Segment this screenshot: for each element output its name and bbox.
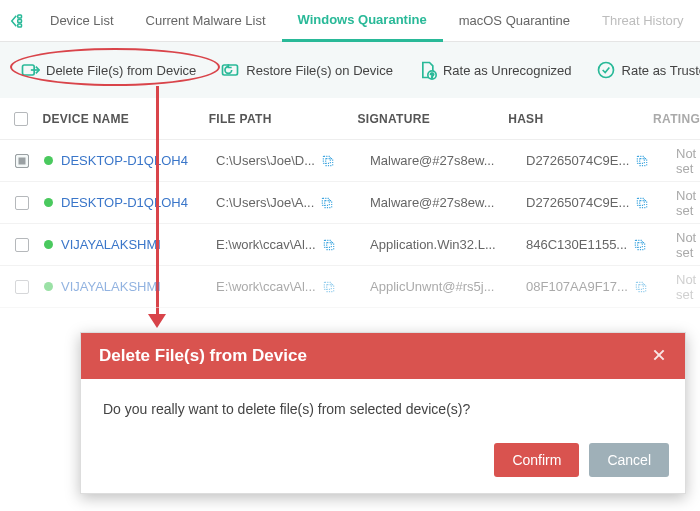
signature-text: Malware@#27s8ew... [370, 153, 526, 168]
svg-rect-17 [326, 242, 333, 249]
file-path-text: C:\Users\Joe\A... [216, 195, 314, 210]
rating-text: Not set [676, 188, 700, 218]
modal-footer: Confirm Cancel [81, 433, 685, 493]
col-header-sig[interactable]: SIGNATURE [357, 112, 508, 126]
svg-rect-16 [638, 198, 645, 205]
svg-rect-12 [638, 156, 645, 163]
svg-rect-20 [636, 240, 643, 247]
select-all-checkbox[interactable] [14, 112, 28, 126]
modal-title: Delete File(s) from Device [99, 346, 307, 366]
confirm-delete-modal: Delete File(s) from Device Do you really… [80, 332, 686, 494]
rating-text: Not set [676, 146, 700, 176]
hash-text: D27265074C9E... [526, 195, 629, 210]
tab-windows-quarantine[interactable]: Windows Quarantine [282, 0, 443, 42]
table-row[interactable]: DESKTOP-D1QLOH4C:\Users\Joe\A...Malware@… [0, 182, 700, 224]
svg-rect-19 [638, 242, 645, 249]
confirm-button[interactable]: Confirm [494, 443, 579, 477]
hash-text: 08F107AA9F17... [526, 279, 628, 294]
device-name-link[interactable]: VIJAYALAKSHMI [61, 237, 161, 252]
delete-icon [20, 60, 40, 80]
svg-rect-13 [325, 200, 332, 207]
copy-icon[interactable] [633, 238, 647, 252]
row-checkbox[interactable] [15, 154, 29, 168]
rate-trusted-button[interactable]: Rate as Trusted [586, 54, 700, 86]
tab-device-list[interactable]: Device List [34, 0, 130, 42]
copy-icon[interactable] [635, 154, 649, 168]
modal-header: Delete File(s) from Device [81, 333, 685, 379]
status-dot [44, 198, 53, 207]
row-checkbox[interactable] [15, 196, 29, 210]
file-path-text: E:\work\ccav\Al... [216, 279, 316, 294]
rate-trusted-label: Rate as Trusted [622, 63, 700, 78]
col-header-name[interactable]: DEVICE NAME [43, 112, 209, 126]
rate-unrecognized-label: Rate as Unrecognized [443, 63, 572, 78]
copy-icon[interactable] [321, 154, 335, 168]
svg-rect-18 [324, 240, 331, 247]
svg-rect-2 [18, 24, 22, 27]
status-dot [44, 282, 53, 291]
device-name-link[interactable]: VIJAYALAKSHMI [61, 279, 161, 294]
tab-current-malware[interactable]: Current Malware List [130, 0, 282, 42]
svg-rect-23 [639, 284, 646, 291]
svg-rect-11 [640, 158, 647, 165]
badge-check-icon [596, 60, 616, 80]
copy-icon[interactable] [320, 196, 334, 210]
callout-arrow-head [148, 314, 166, 328]
tab-threat-history[interactable]: Threat History [586, 0, 700, 42]
file-path-text: E:\work\ccav\Al... [216, 237, 316, 252]
copy-icon[interactable] [635, 196, 649, 210]
restore-files-label: Restore File(s) on Device [246, 63, 393, 78]
tabs-bar: Device List Current Malware List Windows… [0, 0, 700, 42]
svg-rect-9 [326, 158, 333, 165]
modal-close-button[interactable] [651, 345, 667, 368]
rating-text: Not set [676, 230, 700, 260]
table-row[interactable]: DESKTOP-D1QLOH4C:\Users\Joe\D...Malware@… [0, 140, 700, 182]
restore-files-button[interactable]: Restore File(s) on Device [210, 54, 403, 86]
svg-rect-1 [18, 19, 22, 22]
rate-unrecognized-button[interactable]: ? Rate as Unrecognized [407, 54, 582, 86]
quarantine-table: DEVICE NAME FILE PATH SIGNATURE HASH RAT… [0, 98, 700, 308]
col-header-path[interactable]: FILE PATH [209, 112, 358, 126]
device-name-link[interactable]: DESKTOP-D1QLOH4 [61, 195, 188, 210]
signature-text: ApplicUnwnt@#rs5j... [370, 279, 526, 294]
status-dot [44, 240, 53, 249]
signature-text: Malware@#27s8ew... [370, 195, 526, 210]
table-row[interactable]: VIJAYALAKSHMIE:\work\ccav\Al...ApplicUnw… [0, 266, 700, 308]
cancel-button[interactable]: Cancel [589, 443, 669, 477]
device-name-link[interactable]: DESKTOP-D1QLOH4 [61, 153, 188, 168]
back-button[interactable] [0, 12, 34, 30]
svg-rect-24 [636, 282, 643, 289]
row-checkbox[interactable] [15, 280, 29, 294]
status-dot [44, 156, 53, 165]
svg-text:?: ? [430, 72, 434, 79]
svg-rect-22 [324, 282, 331, 289]
copy-icon[interactable] [322, 280, 336, 294]
file-question-icon: ? [417, 60, 437, 80]
restore-icon [220, 60, 240, 80]
hash-text: 846C130E1155... [526, 237, 627, 252]
tab-macos-quarantine[interactable]: macOS Quarantine [443, 0, 586, 42]
back-tree-icon [8, 12, 26, 30]
copy-icon[interactable] [322, 238, 336, 252]
row-checkbox[interactable] [15, 238, 29, 252]
close-icon [651, 347, 667, 363]
table-row[interactable]: VIJAYALAKSHMIE:\work\ccav\Al...Applicati… [0, 224, 700, 266]
svg-rect-15 [640, 200, 647, 207]
svg-rect-10 [323, 156, 330, 163]
file-path-text: C:\Users\Joe\D... [216, 153, 315, 168]
toolbar: Delete File(s) from Device Restore File(… [0, 42, 700, 98]
svg-point-7 [598, 63, 613, 78]
delete-files-button[interactable]: Delete File(s) from Device [10, 54, 206, 86]
copy-icon[interactable] [634, 280, 648, 294]
svg-rect-0 [18, 15, 22, 18]
svg-rect-21 [326, 284, 333, 291]
col-header-rating[interactable]: RATING [653, 112, 700, 126]
modal-body: Do you really want to delete file(s) fro… [81, 379, 685, 433]
delete-files-label: Delete File(s) from Device [46, 63, 196, 78]
hash-text: D27265074C9E... [526, 153, 629, 168]
signature-text: Application.Win32.L... [370, 237, 526, 252]
svg-rect-14 [323, 198, 330, 205]
rating-text: Not set [676, 272, 700, 302]
table-header: DEVICE NAME FILE PATH SIGNATURE HASH RAT… [0, 98, 700, 140]
col-header-hash[interactable]: HASH [508, 112, 653, 126]
